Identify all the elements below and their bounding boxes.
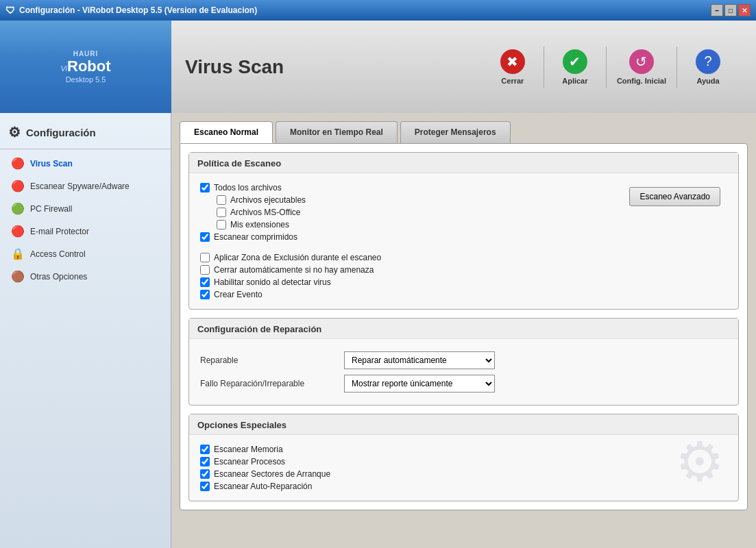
check-memoria-label[interactable]: Escanear Memoria xyxy=(214,445,283,454)
section-especiales-header: Opciones Especiales xyxy=(189,414,738,435)
sidebar-item-email-protector[interactable]: 🔴 E-mail Protector xyxy=(0,220,171,242)
sidebar-item-spyware-label: Escanear Spyware/Adware xyxy=(30,182,130,191)
spyware-icon: 🔴 xyxy=(11,179,25,192)
check-ejecutables-input[interactable] xyxy=(217,195,226,205)
check-sonido-input[interactable] xyxy=(200,277,210,287)
check-todos-archivos: Todos los archivos xyxy=(200,183,629,192)
check-todos-label[interactable]: Todos los archivos xyxy=(214,183,282,192)
section-especiales-body: Escanear Memoria Escanear Procesos Escan… xyxy=(189,435,738,501)
sidebar-item-virus-scan[interactable]: 🔴 Virus Scan xyxy=(0,152,171,175)
check-crear-evento-label[interactable]: Crear Evento xyxy=(214,290,263,299)
otras-icon: 🟤 xyxy=(11,270,25,283)
check-procesos-label[interactable]: Escanear Procesos xyxy=(214,457,285,466)
check-auto-reparacion-input[interactable] xyxy=(200,482,210,491)
check-escanear-procesos: Escanear Procesos xyxy=(200,457,727,466)
check-msoffice: Archivos MS-Office xyxy=(217,208,629,217)
tab-monitor-tiempo-real[interactable]: Monitor en Tiempo Real xyxy=(276,121,398,143)
tab-proteger-mensajeros[interactable]: Proteger Mensajeros xyxy=(400,121,511,143)
check-auto-reparacion-label[interactable]: Escanear Auto-Reparación xyxy=(214,482,312,491)
check-ejecutables: Archivos ejecutables xyxy=(217,195,629,205)
content-area: ⚙ Configuración 🔴 Virus Scan 🔴 Escanear … xyxy=(0,113,756,548)
check-procesos-input[interactable] xyxy=(200,457,210,466)
sidebar: ⚙ Configuración 🔴 Virus Scan 🔴 Escanear … xyxy=(0,113,171,548)
virus-scan-icon: 🔴 xyxy=(11,157,25,170)
firewall-icon: 🟢 xyxy=(11,202,25,215)
check-comprimidos-label[interactable]: Escanear comprimidos xyxy=(214,232,297,242)
check-cerrar-auto-input[interactable] xyxy=(200,265,210,275)
reparable-label: Reparable xyxy=(200,356,337,365)
logo-version: Desktop 5.5 xyxy=(66,75,106,84)
sidebar-item-spyware[interactable]: 🔴 Escanear Spyware/Adware xyxy=(0,175,171,197)
section-opciones-especiales: Opciones Especiales Escanear Memoria Esc… xyxy=(188,414,739,501)
check-sonido-label[interactable]: Habilitar sonido al detectar virus xyxy=(214,277,331,287)
sidebar-item-access-label: Access Control xyxy=(30,249,86,259)
check-escanear-sectores: Escanear Sectores de Arranque xyxy=(200,469,727,479)
toolbar-sep-3 xyxy=(676,47,677,88)
tab-bar: Escaneo Normal Monitor en Tiempo Real Pr… xyxy=(180,121,748,143)
check-sectores-label[interactable]: Escanear Sectores de Arranque xyxy=(214,469,330,479)
cerrar-button[interactable]: ✖ Cerrar xyxy=(492,49,533,85)
reparable-row: Reparable Reparar automáticamente Pregun… xyxy=(200,351,727,369)
check-cerrar-auto: Cerrar automáticamente si no hay amenaza xyxy=(200,265,629,275)
config-inicial-button[interactable]: ↺ Config. Inicial xyxy=(617,49,666,85)
sidebar-item-firewall-label: PC Firewall xyxy=(30,204,72,214)
advanced-scan-container: Escaneo Avanzado xyxy=(629,180,727,206)
check-ejecutables-label[interactable]: Archivos ejecutables xyxy=(230,195,306,205)
section-politica: Política de Escaneo Todos los archivos xyxy=(188,152,739,310)
page-title: Virus Scan xyxy=(185,56,492,78)
check-mis-extensiones-label[interactable]: Mis extensiones xyxy=(230,220,289,229)
minimize-button[interactable]: – xyxy=(711,4,723,16)
main-window: HAURI ViRobot Desktop 5.5 Virus Scan ✖ C… xyxy=(0,21,756,548)
scan-options: Todos los archivos Archivos ejecutables … xyxy=(200,180,629,302)
sidebar-header-label: Configuración xyxy=(26,127,96,138)
check-auto-reparacion: Escanear Auto-Reparación xyxy=(200,482,727,491)
maximize-button[interactable]: □ xyxy=(724,4,737,16)
reparable-select[interactable]: Reparar automáticamente Preguntar al usu… xyxy=(344,351,495,369)
check-zona-label[interactable]: Aplicar Zona de Exclusión durante el esc… xyxy=(214,253,381,262)
logo-brand: HAURI xyxy=(73,50,99,58)
fallo-reparacion-label: Fallo Reparación/Irreparable xyxy=(200,379,337,388)
tab-escaneo-normal[interactable]: Escaneo Normal xyxy=(180,121,273,143)
check-sonido: Habilitar sonido al detectar virus xyxy=(200,277,629,287)
header-panel: Virus Scan ✖ Cerrar ✔ Aplicar ↺ Config. … xyxy=(171,21,756,113)
section-reparacion-header: Configuración de Reparación xyxy=(189,319,738,339)
ayuda-icon: ? xyxy=(696,49,720,74)
toolbar: ✖ Cerrar ✔ Aplicar ↺ Config. Inicial ? A… xyxy=(492,47,742,88)
check-crear-evento-input[interactable] xyxy=(200,290,210,299)
cerrar-icon: ✖ xyxy=(500,49,525,74)
sidebar-config-icon: ⚙ xyxy=(8,124,21,140)
sidebar-item-access-control[interactable]: 🔒 Access Control xyxy=(0,242,171,265)
section-reparacion-body: Reparable Reparar automáticamente Pregun… xyxy=(189,339,738,405)
aplicar-button[interactable]: ✔ Aplicar xyxy=(554,49,596,85)
panel: Política de Escaneo Todos los archivos xyxy=(180,143,748,510)
check-msoffice-input[interactable] xyxy=(217,208,226,217)
access-icon: 🔒 xyxy=(11,247,25,260)
check-comprimidos: Escanear comprimidos xyxy=(200,232,629,242)
logo-robot-text: Robot xyxy=(67,58,111,75)
check-todos-input[interactable] xyxy=(200,183,210,192)
section-politica-body: Todos los archivos Archivos ejecutables … xyxy=(189,173,738,309)
logo-panel: HAURI ViRobot Desktop 5.5 xyxy=(0,21,171,113)
fallo-reparacion-select[interactable]: Mostrar reporte únicamente Borrar automá… xyxy=(344,375,495,393)
check-comprimidos-input[interactable] xyxy=(200,232,210,242)
advanced-scan-button[interactable]: Escaneo Avanzado xyxy=(629,187,720,206)
check-sectores-input[interactable] xyxy=(200,469,210,479)
check-crear-evento: Crear Evento xyxy=(200,290,629,299)
logo-vi: Vi xyxy=(60,64,67,73)
check-zona-input[interactable] xyxy=(200,253,210,262)
sidebar-item-otras-opciones[interactable]: 🟤 Otras Opciones xyxy=(0,265,171,288)
check-zona-exclusion: Aplicar Zona de Exclusión durante el esc… xyxy=(200,253,629,262)
top-area: HAURI ViRobot Desktop 5.5 Virus Scan ✖ C… xyxy=(0,21,756,113)
aplicar-icon: ✔ xyxy=(563,49,587,74)
check-msoffice-label[interactable]: Archivos MS-Office xyxy=(230,208,300,217)
section-reparacion: Configuración de Reparación Reparable Re… xyxy=(188,318,739,406)
check-cerrar-auto-label[interactable]: Cerrar automáticamente si no hay amenaza xyxy=(214,265,374,275)
ayuda-button[interactable]: ? Ayuda xyxy=(687,49,729,85)
close-button[interactable]: ✕ xyxy=(738,4,751,16)
check-mis-extensiones-input[interactable] xyxy=(217,220,226,229)
app-icon: 🛡 xyxy=(5,5,15,16)
check-memoria-input[interactable] xyxy=(200,445,210,454)
email-icon: 🔴 xyxy=(11,225,25,238)
main-content: Escaneo Normal Monitor en Tiempo Real Pr… xyxy=(171,113,756,548)
sidebar-item-firewall[interactable]: 🟢 PC Firewall xyxy=(0,197,171,220)
